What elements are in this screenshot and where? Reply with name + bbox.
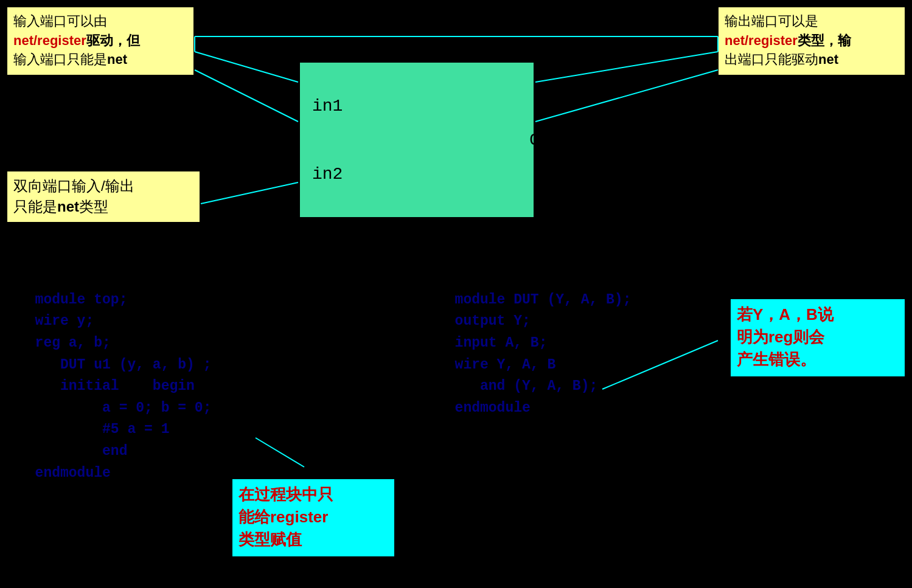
code-left-text: module top; wire y; reg a, b; DUT u1 (y,… [18,292,211,481]
svg-line-4 [201,182,298,204]
svg-line-3 [535,70,718,122]
code-right-text: module DUT (Y, A, B); output Y; input A,… [438,292,631,416]
input-port-annotation: 输入端口可以由 net/register驱动，但 输入端口只能是net [6,6,195,76]
ann-output-text: 输出端口可以是 net/register类型，输 出端口只能驱动net [725,13,851,67]
reg-error-annotation: 若Y，A，B说明为reg则会产生错误。 [729,298,906,378]
port-in2-label: in2 [312,165,343,184]
svg-line-0 [195,52,298,82]
ann-input-text: 输入端口可以由 net/register驱动，但 输入端口只能是net [13,13,140,67]
ann-bidir-text: 双向端口输入/输出 只能是net类型 [13,178,134,215]
svg-line-1 [195,70,298,122]
svg-line-9 [256,438,304,467]
port-output-label: O [529,131,540,150]
port-in1-label: in1 [312,97,343,116]
module-diagram-box: in1 in2 O [298,61,535,219]
output-port-annotation: 输出端口可以是 net/register类型，输 出端口只能驱动net [717,6,906,76]
code-block-left: module top; wire y; reg a, b; DUT u1 (y,… [18,268,211,484]
code-block-right: module DUT (Y, A, B); output Y; input A,… [438,268,631,419]
ann-reg-error-text: 若Y，A，B说明为reg则会产生错误。 [737,305,834,368]
process-block-annotation: 在过程块中只能给register类型赋值 [231,478,395,558]
bidir-port-annotation: 双向端口输入/输出 只能是net类型 [6,170,201,223]
svg-line-2 [535,52,718,82]
ann-process-text: 在过程块中只能给register类型赋值 [238,485,333,548]
